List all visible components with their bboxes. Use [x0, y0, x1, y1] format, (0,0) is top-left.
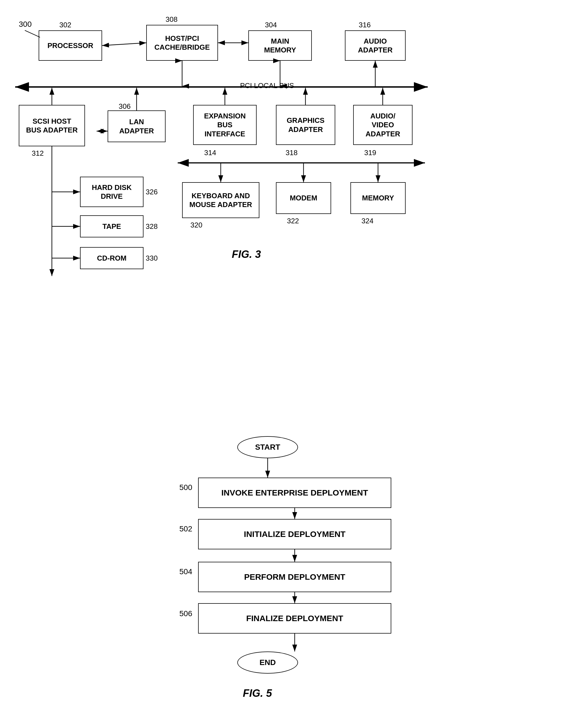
ref-312: 312 [32, 149, 44, 158]
cd-rom-box: CD-ROM [80, 247, 144, 269]
ref-300: 300 [19, 20, 32, 29]
ref-500: 500 [180, 483, 192, 492]
ref-324: 324 [361, 217, 373, 225]
main-memory-box: MAIN MEMORY [248, 30, 312, 61]
start-oval: START [237, 436, 298, 458]
scsi-host-box: SCSI HOST BUS ADAPTER [19, 105, 85, 146]
pci-bus-label: PCI LOCAL BUS [240, 81, 294, 90]
memory-box: MEMORY [351, 182, 406, 214]
ref-328: 328 [146, 222, 158, 231]
svg-line-5 [102, 43, 146, 45]
ref-318: 318 [286, 148, 297, 157]
audio-adapter-box: AUDIO ADAPTER [345, 30, 406, 61]
expansion-bus-box: EXPANSION BUS INTERFACE [193, 105, 257, 145]
ref-302: 302 [59, 21, 71, 29]
ref-506: 506 [180, 609, 192, 618]
ref-326: 326 [146, 188, 158, 196]
graphics-adapter-box: GRAPHICS ADAPTER [276, 105, 335, 145]
ref-319: 319 [364, 148, 376, 157]
ref-330: 330 [146, 254, 158, 263]
step-504-box: PERFORM DEPLOYMENT [198, 562, 391, 592]
diagram-container: 300 PROCESSOR 302 HOST/PCI CACHE/BRIDGE … [0, 0, 588, 723]
keyboard-mouse-box: KEYBOARD AND MOUSE ADAPTER [182, 182, 259, 218]
step-506-box: FINALIZE DEPLOYMENT [198, 603, 391, 634]
ref-504: 504 [180, 567, 192, 576]
lan-adapter-box: LAN ADAPTER [108, 110, 166, 142]
ref-306: 306 [119, 102, 130, 111]
fig3-label: FIG. 3 [232, 248, 261, 260]
ref-314: 314 [204, 148, 216, 157]
ref-502: 502 [180, 524, 192, 533]
processor-box: PROCESSOR [39, 30, 102, 61]
ref-308: 308 [166, 15, 177, 24]
ref-316: 316 [359, 21, 371, 29]
tape-box: TAPE [80, 215, 144, 237]
end-oval: END [237, 652, 298, 674]
step-500-box: INVOKE ENTERPRISE DEPLOYMENT [198, 478, 391, 508]
ref-304: 304 [265, 21, 277, 29]
svg-line-4 [25, 30, 40, 37]
modem-box: MODEM [276, 182, 331, 214]
ref-322: 322 [287, 217, 299, 225]
hard-disk-box: HARD DISK DRIVE [80, 177, 144, 207]
fig5-label: FIG. 5 [243, 687, 272, 699]
ref-320: 320 [190, 221, 202, 229]
step-502-box: INITIALIZE DEPLOYMENT [198, 519, 391, 549]
host-pci-box: HOST/PCI CACHE/BRIDGE [146, 25, 218, 61]
audio-video-box: AUDIO/ VIDEO ADAPTER [353, 105, 413, 145]
